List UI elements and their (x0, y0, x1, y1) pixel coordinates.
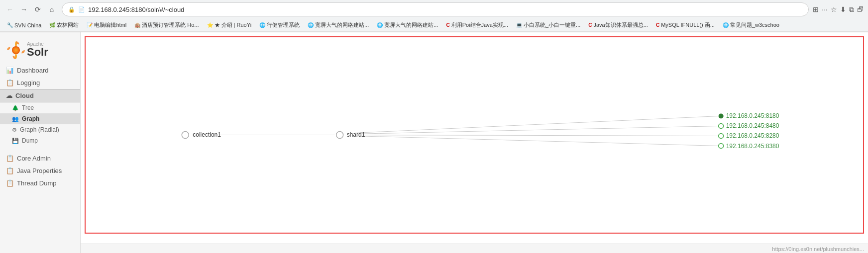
collection-node[interactable] (182, 131, 189, 138)
sidebar-item-cloud[interactable]: ☁ Cloud (0, 89, 80, 102)
security-icon: 🔒 (68, 6, 75, 13)
dump-icon: 💾 (12, 138, 19, 144)
logo-text: Apache Solr (27, 41, 48, 58)
bookmarks-bar: 🔧 SVN China 🌿 农林网站 📝 电脑编辑html 🏨 酒店预订管理系统… (0, 19, 868, 32)
logging-icon: 📋 (6, 79, 14, 86)
replica-node-8280[interactable] (719, 133, 724, 138)
app-container: Apache Solr 📊 Dashboard 📋 Logging ☁ Clou… (0, 32, 868, 253)
replica-label-8480: 192.168.0.245:8480 (726, 122, 779, 129)
refresh-button[interactable]: ⟳ (32, 3, 44, 15)
browser-chrome: ← → ⟳ ⌂ 🔒 📄 192.168.0.245:8180/solr/#/~c… (0, 0, 868, 32)
nav-buttons: ← → ⟳ ⌂ (4, 3, 58, 15)
address-text: 192.168.0.245:8180/solr/#/~cloud (88, 6, 802, 13)
bookmark-html[interactable]: 📝 电脑编辑html (84, 20, 129, 30)
graph-svg: collection1 shard1 192.168.0.245:8180 19… (86, 37, 863, 233)
favicon-icon: 📄 (78, 6, 85, 13)
sidebar-item-core-admin[interactable]: 📋 Core Admin (0, 152, 80, 165)
bookmark-java[interactable]: C Java知识体系最强总... (585, 20, 651, 30)
bookmark-wide1-label: 宽屏大气的网络建站... (315, 21, 369, 29)
bookmark-svn-icon: 🔧 (7, 22, 13, 28)
replica-node-8180[interactable] (719, 113, 724, 118)
extensions-icon[interactable]: ⊞ (813, 5, 819, 13)
sidebar: Apache Solr 📊 Dashboard 📋 Logging ☁ Clou… (0, 32, 81, 253)
menu-icon[interactable]: ··· (822, 5, 828, 13)
shard-node[interactable] (336, 131, 343, 138)
bookmark-mysql[interactable]: C MySQL IFNULL() 函... (653, 20, 718, 30)
bottom-nav: 📋 Core Admin 📋 Java Properties 📋 Thread … (0, 152, 80, 189)
download-icon[interactable]: ⬇ (840, 5, 846, 13)
bookmark-wide2[interactable]: 🌐 宽屏大气的网络建站... (374, 20, 441, 30)
sidebar-graph-radial-label: Graph (Radial) (20, 126, 59, 133)
bookmark-w3c[interactable]: 🌐 常见问题_w3cschoo (720, 20, 782, 30)
sidebar-item-dashboard[interactable]: 📊 Dashboard (0, 64, 80, 77)
bookmark-svn-label: SVN China (14, 22, 41, 28)
bookmark-poi-label: 利用Poi结合Java实现... (451, 21, 508, 29)
graph-radial-icon: ⚙ (12, 127, 17, 133)
bookmark-nonlin[interactable]: 🌿 农林网站 (46, 20, 82, 30)
bookmark-xingjian[interactable]: 🌐 行健管理系统 (256, 20, 303, 30)
sidebar-item-logging[interactable]: 📋 Logging (0, 77, 80, 89)
sidebar-thread-dump-label: Thread Dump (17, 179, 56, 187)
bookmark-hotel[interactable]: 🏨 酒店预订管理系统 Ho... (131, 20, 202, 30)
svg-line-5 (355, 136, 719, 146)
svg-line-4 (355, 135, 719, 136)
bookmark-icon[interactable]: ☆ (831, 5, 837, 13)
bookmark-w3c-label: 常见问题_w3cschoo (730, 21, 779, 29)
bookmark-html-label: 电脑编辑html (94, 21, 126, 29)
thread-dump-icon: 📋 (6, 179, 14, 187)
logo-solr-text: Solr (27, 47, 48, 58)
bookmark-hotel-label: 酒店预订管理系统 Ho... (142, 21, 199, 29)
bookmark-wide1[interactable]: 🌐 宽屏大气的网络建站... (305, 20, 372, 30)
bookmark-xingjian-label: 行健管理系统 (267, 21, 300, 29)
bookmark-java-label: Java知识体系最强总... (594, 21, 648, 29)
replica-node-8380[interactable] (719, 144, 724, 149)
sidebar-item-java-properties[interactable]: 📋 Java Properties (0, 165, 80, 177)
restore-icon[interactable]: 🗗 (857, 5, 864, 13)
sidebar-cloud-label: Cloud (15, 92, 34, 99)
bookmark-ruoyi-label: ★ 介绍 | RuoYi (215, 21, 252, 29)
bookmark-ruoyi[interactable]: ⭐ ★ 介绍 | RuoYi (204, 20, 255, 30)
bookmark-xiaobai-label: 小白系统_小白一键重... (524, 21, 580, 29)
main-content: collection1 shard1 192.168.0.245:8180 19… (81, 32, 868, 253)
sidebar-tree-label: Tree (22, 104, 34, 111)
bookmark-mysql-label: MySQL IFNULL() 函... (661, 21, 715, 29)
sidebar-sub-graph[interactable]: 👥 Graph (0, 113, 80, 124)
bookmark-svn-china[interactable]: 🔧 SVN China (4, 21, 44, 29)
svg-line-3 (355, 126, 719, 134)
dashboard-icon: 📊 (6, 67, 14, 74)
back-button[interactable]: ← (4, 3, 16, 15)
solr-logo-icon (6, 40, 24, 58)
sidebar-sub-tree[interactable]: 🌲 Tree (0, 102, 80, 113)
address-bar[interactable]: 🔒 📄 192.168.0.245:8180/solr/#/~cloud (62, 2, 809, 16)
tree-icon: 🌲 (12, 105, 19, 111)
forward-button[interactable]: → (18, 3, 30, 15)
replica-node-8480[interactable] (719, 123, 724, 128)
logo-area: Apache Solr (0, 36, 80, 64)
tabs-icon[interactable]: ⧉ (849, 5, 854, 14)
graph-area: collection1 shard1 192.168.0.245:8180 19… (85, 36, 864, 234)
sidebar-item-thread-dump[interactable]: 📋 Thread Dump (0, 177, 80, 189)
svg-point-0 (12, 46, 20, 54)
home-button[interactable]: ⌂ (46, 3, 58, 15)
browser-toolbar: ← → ⟳ ⌂ 🔒 📄 192.168.0.245:8180/solr/#/~c… (0, 0, 868, 19)
status-url: https://0ing.es0n.net/plushmunchies... (772, 246, 864, 252)
core-admin-icon: 📋 (6, 155, 14, 162)
graph-icon: 👥 (12, 116, 19, 122)
bookmark-wide2-label: 宽屏大气的网络建站... (384, 21, 438, 29)
sidebar-java-properties-label: Java Properties (17, 167, 62, 174)
sidebar-logging-label: Logging (17, 79, 40, 86)
sidebar-sub-graph-radial[interactable]: ⚙ Graph (Radial) (0, 124, 80, 135)
collection-label: collection1 (193, 132, 221, 139)
bookmark-xiaobai[interactable]: 💻 小白系统_小白一键重... (513, 20, 583, 30)
svg-line-2 (355, 116, 719, 133)
toolbar-right: ⊞ ··· ☆ ⬇ ⧉ 🗗 (813, 5, 864, 14)
sidebar-sub-dump[interactable]: 💾 Dump (0, 135, 80, 146)
bookmark-poi[interactable]: C 利用Poi结合Java实现... (443, 20, 511, 30)
sidebar-dashboard-label: Dashboard (17, 67, 49, 74)
status-bar: https://0ing.es0n.net/plushmunchies... (81, 244, 868, 253)
replica-label-8380: 192.168.0.245:8380 (726, 143, 779, 150)
cloud-icon: ☁ (6, 92, 12, 99)
replica-label-8180: 192.168.0.245:8180 (726, 112, 779, 119)
java-properties-icon: 📋 (6, 167, 14, 174)
shard-label: shard1 (347, 132, 365, 139)
